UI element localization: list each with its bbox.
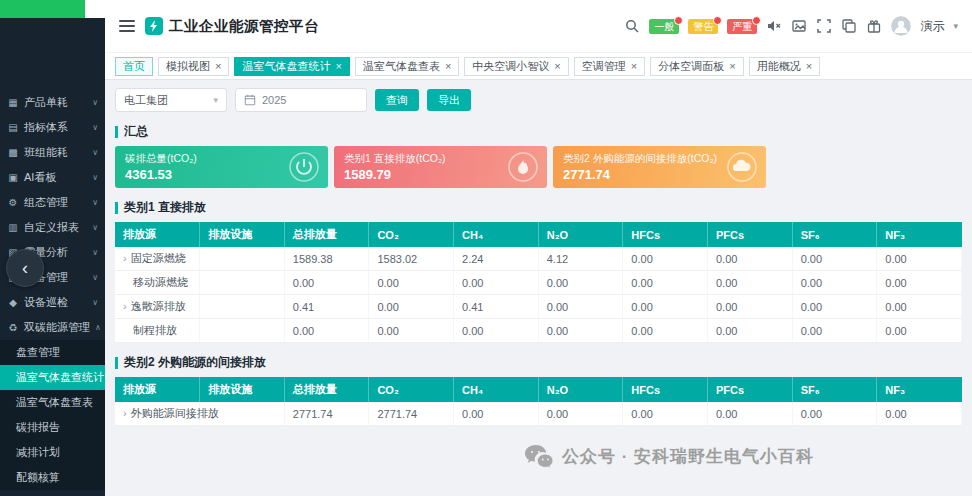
- cell: 2771.74: [284, 402, 369, 426]
- sidebar-item-label: 产品单耗: [24, 95, 68, 110]
- sidebar-item-ghg-inventory-stats[interactable]: 温室气体盘查统计: [0, 365, 105, 390]
- user-name[interactable]: 演示: [920, 18, 944, 35]
- table-row[interactable]: ›固定源燃烧 1589.38 1583.02 2.24 4.12 0.00 0.…: [115, 247, 962, 271]
- sidebar-item-ai-dashboard[interactable]: ▣ AI看板 ∨: [0, 165, 105, 190]
- sidebar-item-product-unit[interactable]: ▦ 产品单耗 ∨: [0, 90, 105, 115]
- sidebar-item-label: 组态管理: [24, 195, 68, 210]
- cell: 0.00: [877, 247, 962, 271]
- sidebar-item-ghg-inventory-table[interactable]: 温室气体盘查表: [0, 390, 105, 415]
- volume-mute-icon[interactable]: [766, 18, 782, 34]
- tab-close-icon[interactable]: ×: [631, 61, 637, 72]
- cell: 0.00: [877, 402, 962, 426]
- org-select[interactable]: 电工集团 ▾: [115, 88, 227, 112]
- alarm-badge-warning[interactable]: 警告: [688, 19, 718, 34]
- gear-icon: ⚙: [7, 197, 19, 208]
- cell: 0.00: [623, 402, 708, 426]
- year-value: 2025: [262, 94, 286, 106]
- card-indirect-emissions: 类别2 外购能源的间接排放(tCO₂) 2771.74: [553, 146, 766, 188]
- tab-close-icon[interactable]: ×: [729, 61, 735, 72]
- col-header: NF₃: [877, 377, 962, 402]
- tab-label: 中央空调小智议: [472, 59, 549, 74]
- tab-ghg-inventory-stats[interactable]: 温室气体盘查统计 ×: [234, 57, 349, 76]
- copy-icon[interactable]: [841, 18, 857, 34]
- sidebar-collapse-button[interactable]: ‹: [6, 249, 44, 287]
- tab-central-ac[interactable]: 中央空调小智议 ×: [464, 57, 568, 76]
- tab-close-icon[interactable]: ×: [335, 61, 341, 72]
- alarm-badge-general[interactable]: 一般: [649, 19, 679, 34]
- hamburger-icon[interactable]: [119, 20, 135, 32]
- search-icon[interactable]: [624, 18, 640, 34]
- inspect-icon: ◆: [7, 297, 19, 308]
- image-icon[interactable]: [791, 18, 807, 34]
- sidebar-item-scada-config[interactable]: ⚙ 组态管理 ∨: [0, 190, 105, 215]
- year-picker[interactable]: 2025: [235, 88, 367, 112]
- tab-close-icon[interactable]: ×: [806, 61, 812, 72]
- sidebar-item-reduction-plan[interactable]: 减排计划: [0, 440, 105, 465]
- list-icon: ▤: [7, 122, 19, 133]
- cell: 2.24: [454, 247, 539, 271]
- main-content: 电工集团 ▾ 2025 查询 导出 汇总 碳排总量(tCO₂) 4361.53 …: [105, 80, 972, 496]
- sidebar-item-carbon-report[interactable]: 碳排报告: [0, 415, 105, 440]
- section-indirect-emissions: 类别2 外购能源的间接排放: [115, 354, 962, 371]
- chevron-down-icon: ∨: [92, 298, 98, 307]
- tab-simulation-view[interactable]: 模拟视图 ×: [158, 57, 229, 76]
- sidebar-item-label: 温室气体盘查统计: [16, 370, 104, 385]
- table-row[interactable]: ›外购能源间接排放 2771.74 2771.74 0.00 0.00 0.00…: [115, 402, 962, 426]
- sidebar-item-label: 双碳能源管理: [24, 320, 90, 335]
- sidebar-item-label: 盘查管理: [16, 345, 60, 360]
- col-header: N₂O: [538, 377, 623, 402]
- sidebar-item-custom-report[interactable]: ▥ 自定义报表 ∨: [0, 215, 105, 240]
- report-icon: ▥: [7, 222, 19, 233]
- user-avatar[interactable]: [891, 16, 911, 36]
- tab-close-icon[interactable]: ×: [215, 61, 221, 72]
- watermark: 公众号 · 安科瑞野生电气小百科: [524, 444, 814, 469]
- row-expand-icon[interactable]: ›: [123, 300, 127, 312]
- sidebar-item-label: 配额核算: [16, 470, 60, 485]
- query-button[interactable]: 查询: [375, 89, 419, 111]
- sidebar-item-quota-accounting[interactable]: 配额核算: [0, 465, 105, 490]
- col-header: PFCs: [707, 222, 792, 247]
- chevron-down-icon: ▾: [953, 21, 958, 31]
- col-header: 排放设施: [200, 222, 285, 247]
- tab-ghg-inventory-table[interactable]: 温室气体盘查表 ×: [355, 57, 459, 76]
- row-expand-icon[interactable]: ›: [123, 407, 127, 419]
- cell: 0.00: [623, 271, 708, 295]
- cell: 0.00: [707, 247, 792, 271]
- section-direct-emissions: 类别1 直接排放: [115, 199, 962, 216]
- table-row[interactable]: ›逸散源排放 0.41 0.00 0.41 0.00 0.00 0.00 0.0…: [115, 295, 962, 319]
- tab-close-icon[interactable]: ×: [445, 61, 451, 72]
- table-row[interactable]: 制程排放 0.00 0.00 0.00 0.00 0.00 0.00 0.00 …: [115, 319, 962, 343]
- table-row[interactable]: 移动源燃烧 0.00 0.00 0.00 0.00 0.00 0.00 0.00…: [115, 271, 962, 295]
- sidebar-item-device-inspection[interactable]: ◆ 设备巡检 ∨: [0, 290, 105, 315]
- cell: 0.00: [877, 319, 962, 343]
- cell: 0.00: [538, 295, 623, 319]
- sidebar-item-label: 自定义报表: [24, 220, 79, 235]
- app-title: 工业企业能源管控平台: [169, 17, 319, 36]
- tab-ac-management[interactable]: 空调管理 ×: [574, 57, 645, 76]
- gift-icon[interactable]: [866, 18, 882, 34]
- cell: 0.00: [369, 271, 454, 295]
- tab-label: 分体空调面板: [658, 59, 724, 74]
- power-icon: [288, 151, 320, 183]
- row-label: 制程排放: [133, 324, 177, 336]
- tab-energy-overview[interactable]: 用能概况 ×: [749, 57, 820, 76]
- export-button[interactable]: 导出: [427, 89, 471, 111]
- app-root: ▦ 产品单耗 ∨ ▤ 指标体系 ∨ ▩ 班组能耗 ∨ ▣ AI看板 ∨ ⚙ 组态: [0, 0, 972, 496]
- tab-label: 温室气体盘查表: [363, 59, 440, 74]
- tab-close-icon[interactable]: ×: [554, 61, 560, 72]
- cell: 0.00: [707, 319, 792, 343]
- sidebar-item-team-energy[interactable]: ▩ 班组能耗 ∨: [0, 140, 105, 165]
- tab-split-ac-panel[interactable]: 分体空调面板 ×: [650, 57, 743, 76]
- tab-home[interactable]: 首页: [115, 57, 153, 76]
- chevron-up-icon: ∧: [95, 323, 101, 332]
- row-expand-icon[interactable]: ›: [123, 252, 127, 264]
- cell: 0.00: [454, 402, 539, 426]
- fullscreen-icon[interactable]: [816, 18, 832, 34]
- sidebar-item-inventory-management[interactable]: 盘查管理: [0, 340, 105, 365]
- cell: 0.00: [284, 271, 369, 295]
- sidebar-item-indicator-system[interactable]: ▤ 指标体系 ∨: [0, 115, 105, 140]
- cell: [200, 295, 285, 319]
- alarm-badge-critical[interactable]: 严重: [727, 19, 757, 34]
- sidebar-item-dual-carbon-energy[interactable]: ♻ 双碳能源管理 ∧: [0, 315, 105, 340]
- chevron-down-icon: ∨: [92, 148, 98, 157]
